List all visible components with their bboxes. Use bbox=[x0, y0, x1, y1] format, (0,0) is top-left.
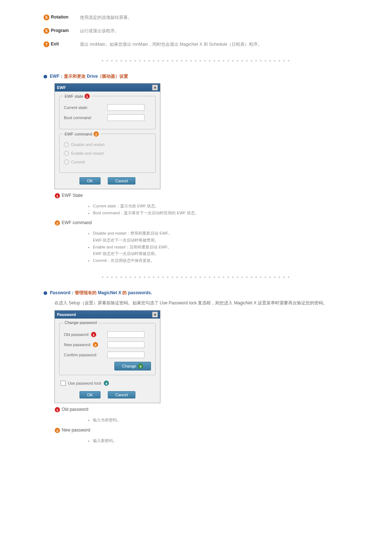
rotation-label: Rotation bbox=[51, 15, 76, 20]
change-password-fieldset: Change password Old password: 1 New pass… bbox=[59, 323, 156, 375]
ewf-state-explain-title: EWF State bbox=[62, 193, 83, 198]
ok-button[interactable]: OK bbox=[79, 391, 101, 398]
badge-1: 1 bbox=[55, 193, 60, 198]
ewf-state-legend: EWF state bbox=[65, 94, 83, 98]
change-button[interactable]: Change 3 bbox=[114, 362, 151, 370]
list-item: 输入当前密码。 bbox=[93, 417, 348, 424]
list-item: Enable and restart：启用和重新启动 EWF。EWF 状态在下一… bbox=[93, 244, 348, 257]
rotation-desc: 使用选定的选项旋转屏幕。 bbox=[80, 15, 132, 21]
ewf-command-fieldset: EWF command 2 Disable and restart Enable… bbox=[59, 134, 156, 173]
divider: ● ● ● ● ● ● ● ● ● ● ● ● ● ● ● ● ● ● ● ● … bbox=[44, 58, 348, 62]
badge-7: 7 bbox=[44, 41, 49, 47]
password-heading: Password：管理现有的 MagicNet X 的 passwords. bbox=[44, 290, 348, 296]
pw-heading-prefix: Password： bbox=[50, 290, 75, 295]
password-dialog-titlebar: Password ✕ bbox=[55, 311, 160, 319]
ewf-heading-mid: 显示和更改 bbox=[64, 74, 87, 79]
ewf-dialog: EWF ✕ EWF state 1 Current state: Boot co… bbox=[54, 83, 160, 189]
pw-heading-magicnet: MagicNet X bbox=[98, 290, 121, 295]
radio-commit-label: Commit bbox=[71, 160, 85, 164]
old-password-explain-title: Old password bbox=[62, 407, 88, 412]
close-icon[interactable]: ✕ bbox=[152, 312, 158, 317]
change-password-legend: Change password bbox=[65, 320, 97, 325]
exit-item: 7 Exit 退出 mnMain。如果您退出 mnMain，同时也会退出 Mag… bbox=[44, 41, 348, 48]
list-item: 输入新密码。 bbox=[93, 437, 348, 444]
badge-2: 2 bbox=[55, 428, 60, 433]
password-dialog: Password ✕ Change password Old password:… bbox=[54, 310, 160, 403]
pw-heading-mid2: 的 bbox=[121, 290, 128, 295]
ewf-heading-prefix: EWF： bbox=[50, 74, 64, 79]
ewf-heading-drive: Drive bbox=[87, 74, 98, 79]
current-state-label: Current state: bbox=[64, 105, 104, 110]
exit-label: Exit bbox=[51, 41, 76, 46]
list-item: Current state：显示当前 EWF 状态。 bbox=[93, 203, 348, 210]
radio-commit[interactable]: Commit bbox=[64, 159, 151, 165]
ewf-cmd-explain-title: EWF command bbox=[62, 220, 92, 225]
badge-3: 3 bbox=[138, 364, 143, 369]
new-password-explain-title: New password bbox=[62, 428, 90, 433]
program-desc: 运行或退出该程序。 bbox=[80, 28, 119, 34]
badge-2: 2 bbox=[94, 131, 99, 137]
ewf-state-fieldset: EWF state 1 Current state: Boot command: bbox=[59, 96, 156, 129]
badge-2: 2 bbox=[93, 342, 98, 347]
old-password-label: Old password: bbox=[64, 332, 89, 337]
radio-icon bbox=[64, 142, 69, 147]
old-password-input[interactable] bbox=[107, 331, 144, 338]
confirm-password-label: Confirm password: bbox=[64, 353, 104, 357]
close-icon[interactable]: ✕ bbox=[152, 85, 158, 90]
boot-command-label: Boot command: bbox=[64, 116, 104, 120]
badge-1: 1 bbox=[85, 94, 90, 99]
radio-disable-label: Disable and restart bbox=[71, 142, 105, 147]
badge-4: 4 bbox=[104, 381, 109, 386]
boot-command-input[interactable] bbox=[107, 114, 144, 121]
rotation-item: 5 Rotation 使用选定的选项旋转屏幕。 bbox=[44, 15, 348, 21]
list-item: Boot command：显示将在下一次启动时应用的 EWF 状态。 bbox=[93, 210, 348, 216]
new-password-label: New password: bbox=[64, 343, 91, 347]
ewf-dialog-title: EWF bbox=[57, 85, 66, 90]
radio-disable[interactable]: Disable and restart bbox=[64, 142, 151, 147]
badge-1: 1 bbox=[55, 407, 60, 412]
ewf-heading-suffix: （驱动器）设置 bbox=[98, 74, 128, 79]
current-state-input[interactable] bbox=[107, 104, 144, 111]
use-password-lock-label: Use password lock bbox=[68, 381, 101, 385]
use-password-lock-row[interactable]: Use password lock 4 bbox=[61, 380, 154, 386]
radio-icon bbox=[64, 159, 69, 165]
bullet-icon bbox=[44, 291, 47, 295]
divider: ● ● ● ● ● ● ● ● ● ● ● ● ● ● ● ● ● ● ● ● … bbox=[44, 275, 348, 279]
pw-heading-mid: 管理现有的 bbox=[75, 290, 98, 295]
radio-enable[interactable]: Enable and restart bbox=[64, 151, 151, 156]
cancel-button[interactable]: Cancel bbox=[108, 391, 135, 398]
password-dialog-title: Password bbox=[57, 312, 76, 317]
ok-button[interactable]: OK bbox=[79, 177, 101, 185]
cancel-button[interactable]: Cancel bbox=[108, 177, 135, 185]
badge-6: 6 bbox=[44, 28, 49, 34]
list-item: Commit：在启用状态中保存更改。 bbox=[93, 257, 348, 264]
exit-desc: 退出 mnMain。如果您退出 mnMain，同时也会退出 MagicNet X… bbox=[80, 41, 262, 48]
badge-5: 5 bbox=[44, 15, 49, 20]
program-item: 6 Program 运行或退出该程序。 bbox=[44, 28, 348, 34]
new-password-input[interactable] bbox=[107, 341, 144, 348]
radio-icon bbox=[64, 151, 69, 156]
list-item: Disable and restart：禁用和重新启动 EWF。EWF 状态在下… bbox=[93, 230, 348, 243]
badge-1: 1 bbox=[91, 332, 96, 337]
program-label: Program bbox=[51, 28, 76, 33]
bullet-icon bbox=[44, 75, 47, 78]
ewf-command-legend: EWF command bbox=[65, 132, 92, 136]
ewf-heading: EWF：显示和更改 Drive（驱动器）设置 bbox=[44, 73, 348, 80]
checkbox-icon bbox=[61, 381, 66, 386]
pw-heading-pw: passwords. bbox=[128, 290, 152, 295]
radio-enable-label: Enable and restart bbox=[71, 151, 104, 155]
confirm-password-input[interactable] bbox=[107, 352, 144, 358]
ewf-dialog-titlebar: EWF ✕ bbox=[55, 84, 160, 92]
password-desc: 在进入 Setup（设置）屏幕前验证密码。如果您勾选了 Use Password… bbox=[54, 300, 348, 307]
badge-2: 2 bbox=[55, 220, 60, 226]
